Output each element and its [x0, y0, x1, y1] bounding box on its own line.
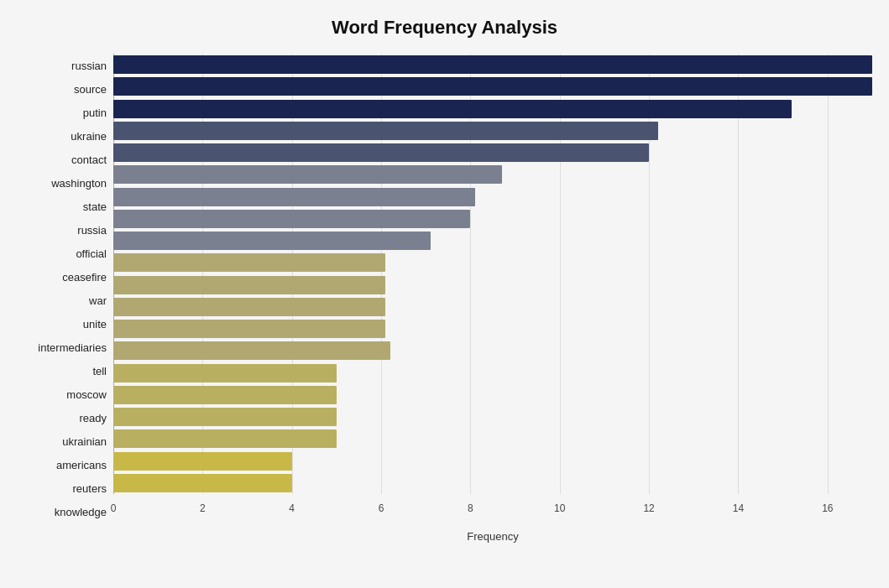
x-tick: 0 — [111, 502, 117, 514]
y-label: reuters — [73, 483, 107, 494]
bar — [113, 429, 337, 448]
bar-row — [113, 428, 872, 450]
grid-and-bars — [113, 54, 872, 494]
bar-row — [113, 362, 872, 384]
x-axis-label: Frequency — [113, 530, 872, 543]
bar-row — [113, 472, 872, 494]
bar-row — [113, 340, 872, 362]
chart-area: russiansourceputinukrainecontactwashingt… — [17, 54, 872, 524]
y-label: contact — [71, 154, 107, 165]
y-label: ukraine — [71, 131, 107, 142]
y-label: state — [83, 201, 107, 212]
bars-and-grid: Frequency 0246810121416 — [113, 54, 872, 524]
y-label: source — [74, 84, 107, 95]
bar — [113, 143, 649, 162]
bar — [113, 474, 292, 492]
x-tick: 8 — [468, 502, 473, 514]
y-label: official — [76, 248, 107, 259]
bar — [113, 210, 470, 228]
bar — [113, 341, 390, 360]
y-label: putin — [83, 107, 107, 118]
y-label: russia — [77, 225, 107, 236]
y-label: ukrainian — [62, 436, 107, 447]
y-label: ceasefire — [62, 272, 107, 283]
y-label: americans — [56, 460, 107, 471]
bar-row — [113, 406, 872, 428]
bar-row — [113, 186, 872, 208]
bar — [113, 232, 431, 250]
bar — [113, 122, 658, 140]
x-tick: 2 — [200, 502, 206, 514]
bar — [113, 77, 872, 96]
chart-title: Word Frequency Analysis — [17, 17, 872, 39]
bar-row — [113, 75, 872, 97]
bar-row — [113, 296, 872, 318]
bar — [113, 452, 292, 471]
y-label: moscow — [66, 389, 107, 400]
bar-row — [113, 120, 872, 142]
x-tick: 6 — [379, 502, 384, 514]
bar — [113, 253, 385, 272]
x-axis: Frequency 0246810121416 — [113, 499, 872, 524]
x-tick: 4 — [289, 502, 295, 514]
y-label: tell — [92, 366, 107, 377]
y-label: ready — [79, 413, 107, 424]
x-tick: 14 — [733, 502, 744, 514]
bar — [113, 100, 792, 118]
x-tick: 10 — [554, 502, 565, 514]
bar — [113, 276, 385, 294]
bar — [113, 188, 475, 206]
bar — [113, 298, 385, 316]
y-label: knowledge — [55, 507, 107, 518]
y-label: russian — [71, 60, 107, 71]
bar-row — [113, 208, 872, 230]
y-labels: russiansourceputinukrainecontactwashingt… — [17, 54, 113, 524]
y-label: unite — [83, 319, 107, 330]
bar-row — [113, 164, 872, 185]
x-tick: 16 — [822, 502, 833, 514]
bar-row — [113, 450, 872, 472]
bar-row — [113, 318, 872, 340]
bar-row — [113, 274, 872, 296]
bar-row — [113, 384, 872, 406]
y-label: washington — [51, 178, 107, 189]
bar-row — [113, 98, 872, 120]
x-tick: 12 — [643, 502, 654, 514]
bar-row — [113, 142, 872, 164]
chart-container: Word Frequency Analysis russiansourceput… — [0, 0, 889, 588]
bar — [113, 386, 337, 404]
bar-row — [113, 230, 872, 252]
y-label: war — [89, 295, 107, 306]
bar-row — [113, 252, 872, 273]
y-label: intermediaries — [38, 342, 107, 353]
bar — [113, 408, 337, 426]
bar — [113, 320, 385, 338]
bar — [113, 55, 872, 74]
bar — [113, 165, 502, 184]
bar-row — [113, 54, 872, 75]
bar — [113, 364, 337, 382]
